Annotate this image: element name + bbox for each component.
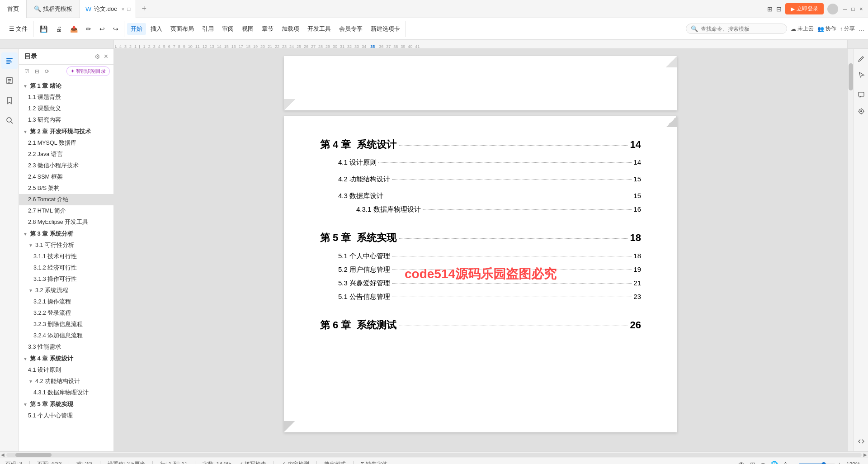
undo-button[interactable]: ↩ (96, 24, 108, 34)
toc-item-3-1-2[interactable]: 3.1.2 经济可行性 (19, 262, 113, 274)
zoom-level[interactable]: 130% (846, 461, 863, 464)
toggle-ch5[interactable]: ▼ (23, 402, 28, 407)
chapter-tab[interactable]: 章节 (258, 23, 277, 35)
new-tab-button[interactable]: 新建选项卡 (367, 23, 404, 35)
redo-button[interactable]: ↪ (109, 24, 122, 34)
enhance-tab[interactable]: 加载项 (278, 23, 303, 35)
toc-item-3-2[interactable]: ▼ 3.2 系统流程 (19, 285, 113, 296)
missing-font[interactable]: ∑ 缺失字体 (361, 460, 388, 464)
tab-template[interactable]: 🔍 找稻壳模板 (27, 0, 80, 18)
toc-item-2-7[interactable]: 2.7 HTML 简介 (19, 205, 113, 217)
toc-options-icon[interactable]: ⚙ (94, 53, 100, 60)
search-input[interactable] (701, 26, 782, 32)
right-comment-icon[interactable] (855, 89, 868, 101)
toc-item-ch1[interactable]: ▼ 第 1 章 绪论 (19, 80, 113, 92)
toc-item-3-1[interactable]: ▼ 3.1 可行性分析 (19, 240, 113, 251)
hscroll-left-arrow[interactable]: ◀ (1, 452, 5, 457)
zoom-slider-thumb[interactable] (821, 462, 826, 464)
web-view-icon[interactable]: 🌐 (770, 461, 778, 464)
tab-doc[interactable]: W 论文.doc × □ (80, 0, 136, 18)
toggle-ch4[interactable]: ▼ (23, 356, 28, 361)
file-menu-button[interactable]: ☰ 文件 (5, 23, 31, 35)
cloud-button[interactable]: ☁ 未上云 (791, 25, 814, 33)
toc-item-3-1-1[interactable]: 3.1.1 技术可行性 (19, 251, 113, 262)
toc-item-5-1[interactable]: 5.1 个人中心管理 (19, 410, 113, 421)
save-button[interactable]: 💾 (36, 24, 51, 34)
horizontal-scrollbar[interactable]: ◀ ▶ (0, 451, 868, 458)
doc-scroll-area[interactable]: code514源码乐园盗图必究 第 4 章 系统设计 14 4.1 设计原则 1… (114, 49, 847, 451)
tab-add-button[interactable]: + (136, 0, 152, 18)
toc-item-1-1[interactable]: 1.1 课题背景 (19, 92, 113, 103)
preview-icon[interactable]: 👁 (738, 461, 745, 464)
toc-item-ch3[interactable]: ▼ 第 3 章 系统分析 (19, 228, 113, 240)
export-button[interactable]: 📤 (66, 24, 81, 34)
font-icon[interactable]: A (783, 461, 788, 464)
toc-item-3-2-3[interactable]: 3.2.3 删除信息流程 (19, 319, 113, 330)
toggle-3-1[interactable]: ▼ (28, 243, 33, 248)
toc-item-2-3[interactable]: 2.3 微信小程序技术 (19, 160, 113, 171)
toc-item-4-3-1[interactable]: 4.3.1 数据库物理设计 (19, 387, 113, 398)
sidebar-toc-button[interactable] (1, 52, 18, 69)
layout-tab[interactable]: 页面布局 (167, 23, 198, 35)
zoom-in-button[interactable]: + (838, 461, 841, 464)
toc-item-ch5[interactable]: ▼ 第 5 章 系统实现 (19, 398, 113, 410)
toc-item-ch2[interactable]: ▼ 第 2 章 开发环境与技术 (19, 126, 113, 137)
toc-item-4-2[interactable]: ▼ 4.2 功能结构设计 (19, 376, 113, 387)
right-cursor-icon[interactable] (855, 69, 868, 81)
toc-item-1-3[interactable]: 1.3 研究内容 (19, 114, 113, 126)
toc-item-3-2-1[interactable]: 3.2.1 操作流程 (19, 296, 113, 308)
toc-item-ch4[interactable]: ▼ 第 4 章 系统设计 (19, 353, 113, 365)
layout-icon[interactable]: ⊞ (767, 5, 773, 13)
toc-item-2-4[interactable]: 2.4 SSM 框架 (19, 171, 113, 183)
toc-close-button[interactable]: × (104, 52, 108, 61)
toggle-ch3[interactable]: ▼ (23, 231, 28, 237)
insert-tab[interactable]: 插入 (147, 23, 166, 35)
vertical-scrollbar[interactable] (847, 49, 854, 451)
layout-view-icon[interactable]: ⊞ (750, 461, 755, 464)
more-button[interactable]: ... (859, 25, 864, 33)
close-window-button[interactable]: × (858, 6, 864, 12)
toc-item-2-1[interactable]: 2.1 MYSQL 数据库 (19, 137, 113, 149)
content-check[interactable]: ✓ 内容检测 (281, 460, 309, 464)
zoom-out-button[interactable]: − (793, 461, 796, 464)
toc-item-2-2[interactable]: 2.2 Java 语言 (19, 149, 113, 160)
maximize-button[interactable]: □ (850, 6, 856, 12)
tab-home[interactable]: 首页 (0, 0, 27, 18)
toc-expand-all[interactable]: ☑ (23, 67, 31, 76)
sidebar-bookmark-button[interactable] (1, 92, 18, 109)
reference-tab[interactable]: 引用 (198, 23, 217, 35)
toc-item-2-6[interactable]: 2.6 Tomcat 介绍 (19, 194, 113, 205)
toggle-ch2[interactable]: ▼ (23, 129, 28, 134)
toc-collapse[interactable]: ⊟ (33, 67, 41, 76)
toc-item-3-2-4[interactable]: 3.2.4 添加信息流程 (19, 330, 113, 341)
print-button[interactable]: 🖨 (52, 24, 66, 34)
toc-item-2-5[interactable]: 2.5 B/S 架构 (19, 183, 113, 194)
toggle-4-2[interactable]: ▼ (28, 379, 33, 384)
outline-view-icon[interactable]: ≡ (761, 461, 764, 464)
toggle-ch1[interactable]: ▼ (23, 83, 28, 89)
toggle-3-2[interactable]: ▼ (28, 288, 33, 294)
right-expand-icon[interactable] (855, 435, 868, 448)
edit-button[interactable]: ✏ (82, 24, 95, 34)
developer-tab[interactable]: 开发工具 (304, 23, 335, 35)
sidebar-search-button[interactable] (1, 112, 18, 128)
search-box[interactable]: 🔍 (686, 24, 787, 34)
collab-button[interactable]: 👥 协作 (817, 25, 836, 33)
toc-item-2-8[interactable]: 2.8 MyEclipse 开发工具 (19, 217, 113, 228)
avatar[interactable] (827, 4, 838, 14)
restore-icon[interactable]: □ (127, 6, 130, 12)
right-pen-icon[interactable] (855, 52, 868, 65)
toc-item-3-1-3[interactable]: 3.1.3 操作可行性 (19, 274, 113, 285)
toc-item-3-3[interactable]: 3.3 性能需求 (19, 341, 113, 353)
toc-item-3-2-2[interactable]: 3.2.2 登录流程 (19, 308, 113, 319)
start-tab[interactable]: 开始 (127, 23, 146, 35)
toc-refresh[interactable]: ⟳ (43, 67, 51, 76)
hscroll-thumb[interactable] (15, 453, 52, 457)
toc-item-4-1[interactable]: 4.1 设计原则 (19, 365, 113, 376)
member-tab[interactable]: 会员专享 (335, 23, 366, 35)
share-button[interactable]: ↑ 分享 (840, 25, 855, 33)
toc-item-1-2[interactable]: 1.2 课题意义 (19, 103, 113, 114)
minimize-button[interactable]: ─ (842, 6, 848, 12)
scrollbar-thumb[interactable] (849, 63, 853, 90)
sidebar-files-button[interactable] (1, 72, 18, 89)
